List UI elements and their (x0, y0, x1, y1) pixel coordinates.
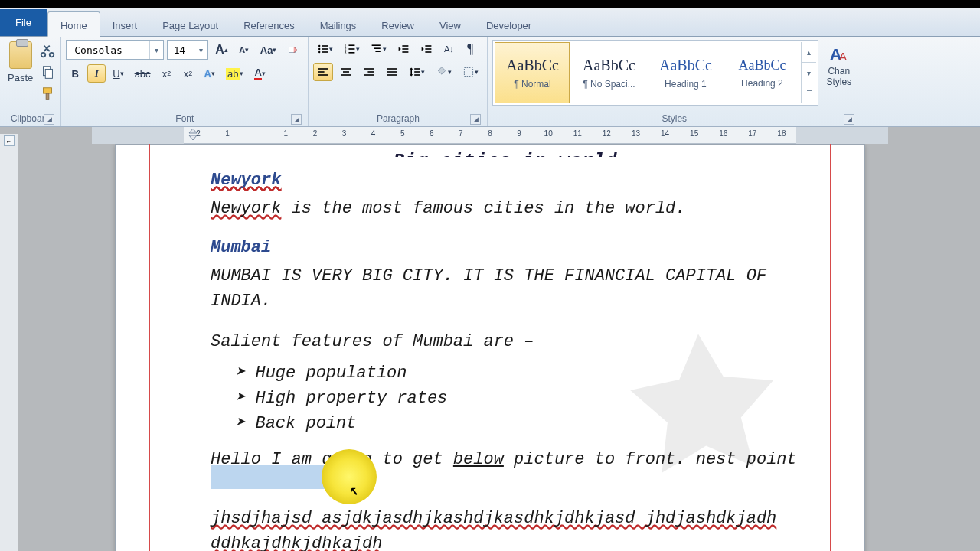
svg-rect-20 (374, 47, 381, 49)
gallery-more-icon[interactable]: ⎺ (802, 83, 816, 103)
tab-developer[interactable]: Developer (474, 12, 544, 36)
shading-button[interactable]: ▾ (432, 63, 456, 81)
cursor-arrow-icon: ↖ (348, 478, 358, 504)
tab-view[interactable]: View (427, 12, 474, 36)
svg-rect-29 (318, 71, 325, 73)
italic-button[interactable]: I (87, 64, 106, 83)
align-left-button[interactable] (313, 63, 333, 81)
show-hide-button[interactable]: ¶ (461, 40, 479, 58)
clear-formatting-button[interactable] (283, 41, 303, 59)
font-launcher-icon[interactable]: ◢ (291, 114, 302, 125)
chevron-down-icon[interactable]: ▾ (194, 41, 207, 59)
font-color-button[interactable]: A▾ (250, 64, 269, 83)
svg-rect-25 (426, 45, 432, 47)
format-painter-button[interactable] (39, 86, 56, 103)
font-name-value: Consolas (67, 44, 149, 56)
paste-button[interactable]: Paste (5, 40, 36, 85)
borders-button[interactable]: ▾ (459, 63, 482, 81)
align-right-button[interactable] (359, 63, 379, 81)
svg-point-1 (50, 53, 54, 57)
indent-marker-icon[interactable] (188, 127, 198, 142)
svg-rect-22 (403, 45, 409, 47)
svg-rect-38 (387, 71, 397, 73)
svg-rect-14 (349, 44, 355, 46)
svg-rect-5 (46, 93, 49, 99)
subscript-button[interactable]: x2 (158, 64, 176, 83)
tab-home[interactable]: Home (47, 11, 100, 37)
svg-marker-46 (189, 129, 197, 133)
multilevel-list-button[interactable]: ▾ (367, 40, 390, 58)
svg-rect-42 (415, 74, 420, 76)
tab-review[interactable]: Review (369, 12, 427, 36)
paste-label: Paste (8, 72, 33, 83)
svg-rect-21 (376, 51, 381, 52)
copy-button[interactable] (39, 64, 56, 81)
document-page[interactable]: Big cities in world Newyork Newyork is t… (115, 144, 865, 551)
style-heading1[interactable]: AaBbCc Heading 1 (648, 42, 723, 103)
paragraph-launcher-icon[interactable]: ◢ (470, 114, 481, 125)
styles-gallery[interactable]: AaBbCc ¶ Normal AaBbCc ¶ No Spaci... AaB… (492, 40, 818, 106)
mumbai-paragraph: MUMBAI IS VERY BIG CITY. IT IS THE FINAN… (211, 263, 777, 314)
horizontal-ruler[interactable]: 21123456789101112131415161718 (92, 127, 888, 144)
ribbon: Paste Clipboard◢ Consolas ▾ (0, 37, 980, 127)
numbering-button[interactable]: 123▾ (340, 40, 364, 58)
document-content[interactable]: Big cities in world Newyork Newyork is t… (149, 145, 831, 551)
cut-button[interactable] (39, 43, 56, 60)
group-styles: AaBbCc ¶ Normal AaBbCc ¶ No Spaci... AaB… (488, 37, 861, 126)
style-heading2[interactable]: AaBbCc Heading 2 (724, 42, 799, 103)
svg-rect-10 (322, 48, 328, 50)
tab-file[interactable]: File (0, 9, 47, 36)
doc-title: Big cities in world (211, 148, 800, 157)
style-no-spacing[interactable]: AaBbCc ¶ No Spaci... (571, 42, 646, 103)
clipboard-launcher-icon[interactable]: ◢ (44, 114, 54, 125)
style-normal[interactable]: AaBbCc ¶ Normal (495, 42, 570, 103)
svg-point-0 (41, 53, 46, 57)
svg-rect-35 (368, 71, 374, 73)
text-selection (211, 465, 325, 489)
font-size-combo[interactable]: 14 ▾ (167, 40, 208, 60)
gallery-down-icon[interactable]: ▾ (802, 63, 816, 83)
tab-references[interactable]: References (231, 12, 307, 36)
svg-rect-28 (318, 68, 328, 70)
tab-insert[interactable]: Insert (100, 12, 151, 36)
grow-font-button[interactable]: A▴ (211, 41, 232, 59)
change-case-button[interactable]: Aa▾ (256, 41, 281, 59)
styles-launcher-icon[interactable]: ◢ (844, 114, 854, 125)
feature-list: Huge population High property rates Back… (235, 360, 800, 436)
bullets-button[interactable]: ▾ (313, 40, 337, 58)
shrink-font-button[interactable]: A▾ (235, 41, 253, 59)
svg-rect-34 (364, 68, 374, 70)
heading-newyork: Newyork (211, 171, 281, 190)
increase-indent-button[interactable] (416, 40, 436, 58)
bold-button[interactable]: B (66, 64, 84, 83)
text-effects-button[interactable]: A▾ (201, 64, 219, 83)
tab-page-layout[interactable]: Page Layout (150, 12, 231, 36)
sort-button[interactable]: A↓ (439, 40, 458, 58)
decrease-indent-button[interactable] (394, 40, 413, 58)
chevron-down-icon[interactable]: ▾ (149, 41, 163, 59)
group-font: Consolas ▾ 14 ▾ A▴ A▾ Aa▾ B I U▾ abc (61, 37, 309, 126)
svg-rect-19 (372, 44, 381, 46)
svg-point-11 (318, 51, 320, 53)
align-center-button[interactable] (336, 63, 356, 81)
svg-rect-33 (341, 74, 351, 76)
salient-intro: Salient features of Mumbai are – (211, 329, 800, 354)
justify-button[interactable] (382, 63, 402, 81)
svg-rect-41 (415, 71, 420, 73)
change-styles-button[interactable]: AA Chan Styles (822, 40, 856, 90)
svg-rect-12 (322, 51, 328, 53)
list-item: High property rates (235, 386, 800, 411)
font-name-combo[interactable]: Consolas ▾ (66, 40, 164, 60)
highlight-button[interactable]: ab▾ (222, 64, 247, 83)
ribbon-tabs: File Home Insert Page Layout References … (0, 8, 980, 37)
tab-mailings[interactable]: Mailings (308, 12, 370, 36)
font-group-label: Font (175, 113, 194, 124)
line-spacing-button[interactable]: ▾ (405, 63, 429, 81)
svg-rect-32 (343, 71, 349, 73)
superscript-button[interactable]: x2 (179, 64, 198, 83)
strikethrough-button[interactable]: abc (131, 64, 155, 83)
gallery-up-icon[interactable]: ▴ (802, 42, 816, 63)
svg-rect-27 (426, 51, 432, 53)
underline-button[interactable]: U▾ (109, 64, 127, 83)
svg-text:3: 3 (345, 51, 347, 55)
